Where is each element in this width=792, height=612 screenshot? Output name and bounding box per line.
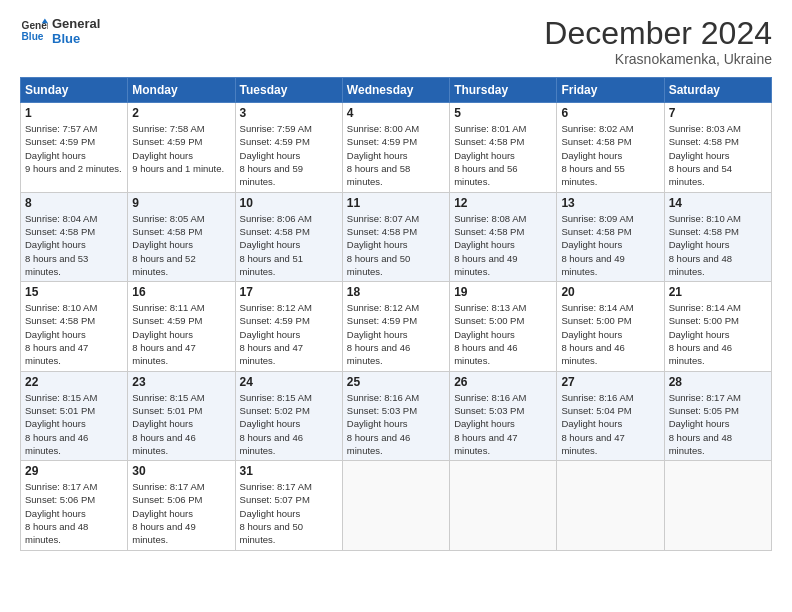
- sunset-label: Sunset: 4:58 PM: [561, 226, 631, 237]
- sunset-label: Sunset: 5:00 PM: [669, 315, 739, 326]
- sunrise-label: Sunrise: 8:02 AM: [561, 123, 633, 134]
- sunset-label: Sunset: 4:58 PM: [561, 136, 631, 147]
- day-number: 9: [132, 196, 230, 210]
- table-row: 13 Sunrise: 8:09 AM Sunset: 4:58 PM Dayl…: [557, 192, 664, 281]
- sunset-label: Sunset: 4:58 PM: [454, 226, 524, 237]
- daylight-label: Daylight hours: [132, 508, 193, 519]
- table-row: 6 Sunrise: 8:02 AM Sunset: 4:58 PM Dayli…: [557, 103, 664, 192]
- day-number: 22: [25, 375, 123, 389]
- daylight-duration: 8 hours and 47 minutes.: [454, 432, 517, 456]
- sunset-label: Sunset: 5:00 PM: [561, 315, 631, 326]
- table-row: 2 Sunrise: 7:58 AM Sunset: 4:59 PM Dayli…: [128, 103, 235, 192]
- table-row: 26 Sunrise: 8:16 AM Sunset: 5:03 PM Dayl…: [450, 371, 557, 460]
- sunrise-label: Sunrise: 8:11 AM: [132, 302, 204, 313]
- daylight-label: Daylight hours: [561, 329, 622, 340]
- table-row: 3 Sunrise: 7:59 AM Sunset: 4:59 PM Dayli…: [235, 103, 342, 192]
- day-number: 8: [25, 196, 123, 210]
- sunrise-label: Sunrise: 8:15 AM: [25, 392, 97, 403]
- sunrise-label: Sunrise: 8:13 AM: [454, 302, 526, 313]
- sunrise-label: Sunrise: 8:17 AM: [669, 392, 741, 403]
- sunrise-label: Sunrise: 8:12 AM: [240, 302, 312, 313]
- sunrise-label: Sunrise: 7:59 AM: [240, 123, 312, 134]
- sunrise-label: Sunrise: 8:07 AM: [347, 213, 419, 224]
- day-number: 29: [25, 464, 123, 478]
- daylight-label: Daylight hours: [240, 150, 301, 161]
- sunset-label: Sunset: 5:06 PM: [25, 494, 95, 505]
- table-row: 11 Sunrise: 8:07 AM Sunset: 4:58 PM Dayl…: [342, 192, 449, 281]
- sunrise-label: Sunrise: 8:15 AM: [240, 392, 312, 403]
- day-number: 1: [25, 106, 123, 120]
- table-row: 7 Sunrise: 8:03 AM Sunset: 4:58 PM Dayli…: [664, 103, 771, 192]
- sunrise-label: Sunrise: 8:17 AM: [132, 481, 204, 492]
- day-number: 14: [669, 196, 767, 210]
- daylight-label: Daylight hours: [240, 239, 301, 250]
- calendar-week-row: 1 Sunrise: 7:57 AM Sunset: 4:59 PM Dayli…: [21, 103, 772, 192]
- day-info: Sunrise: 8:10 AM Sunset: 4:58 PM Dayligh…: [669, 212, 767, 278]
- sunset-label: Sunset: 4:59 PM: [347, 136, 417, 147]
- table-row: 24 Sunrise: 8:15 AM Sunset: 5:02 PM Dayl…: [235, 371, 342, 460]
- day-number: 17: [240, 285, 338, 299]
- daylight-duration: 8 hours and 58 minutes.: [347, 163, 410, 187]
- day-number: 16: [132, 285, 230, 299]
- sunrise-label: Sunrise: 8:17 AM: [25, 481, 97, 492]
- table-row: [342, 461, 449, 550]
- sunset-label: Sunset: 5:06 PM: [132, 494, 202, 505]
- day-info: Sunrise: 8:12 AM Sunset: 4:59 PM Dayligh…: [240, 301, 338, 367]
- logo-blue: Blue: [52, 31, 100, 46]
- daylight-label: Daylight hours: [561, 150, 622, 161]
- daylight-duration: 8 hours and 46 minutes.: [25, 432, 88, 456]
- sunset-label: Sunset: 4:58 PM: [454, 136, 524, 147]
- sunset-label: Sunset: 4:59 PM: [347, 315, 417, 326]
- daylight-duration: 8 hours and 47 minutes.: [240, 342, 303, 366]
- table-row: 29 Sunrise: 8:17 AM Sunset: 5:06 PM Dayl…: [21, 461, 128, 550]
- sunset-label: Sunset: 5:03 PM: [454, 405, 524, 416]
- sunrise-label: Sunrise: 8:14 AM: [561, 302, 633, 313]
- day-info: Sunrise: 8:08 AM Sunset: 4:58 PM Dayligh…: [454, 212, 552, 278]
- daylight-duration: 9 hours and 2 minutes.: [25, 163, 122, 174]
- daylight-duration: 8 hours and 49 minutes.: [454, 253, 517, 277]
- logo-general: General: [52, 16, 100, 31]
- subtitle: Krasnokamenka, Ukraine: [544, 51, 772, 67]
- logo-icon: General Blue: [20, 17, 48, 45]
- table-row: [557, 461, 664, 550]
- day-number: 27: [561, 375, 659, 389]
- day-number: 4: [347, 106, 445, 120]
- daylight-duration: 8 hours and 48 minutes.: [669, 432, 732, 456]
- sunrise-label: Sunrise: 8:06 AM: [240, 213, 312, 224]
- sunset-label: Sunset: 4:59 PM: [240, 315, 310, 326]
- daylight-duration: 8 hours and 46 minutes.: [561, 342, 624, 366]
- daylight-label: Daylight hours: [454, 150, 515, 161]
- day-number: 25: [347, 375, 445, 389]
- day-number: 15: [25, 285, 123, 299]
- logo: General Blue General Blue: [20, 16, 100, 46]
- daylight-label: Daylight hours: [240, 329, 301, 340]
- daylight-duration: 8 hours and 56 minutes.: [454, 163, 517, 187]
- day-info: Sunrise: 8:17 AM Sunset: 5:05 PM Dayligh…: [669, 391, 767, 457]
- sunrise-label: Sunrise: 8:10 AM: [25, 302, 97, 313]
- main-title: December 2024: [544, 16, 772, 51]
- table-row: 21 Sunrise: 8:14 AM Sunset: 5:00 PM Dayl…: [664, 282, 771, 371]
- daylight-label: Daylight hours: [347, 239, 408, 250]
- daylight-label: Daylight hours: [132, 150, 193, 161]
- table-row: 18 Sunrise: 8:12 AM Sunset: 4:59 PM Dayl…: [342, 282, 449, 371]
- daylight-label: Daylight hours: [132, 329, 193, 340]
- daylight-label: Daylight hours: [25, 150, 86, 161]
- table-row: [450, 461, 557, 550]
- daylight-label: Daylight hours: [669, 329, 730, 340]
- day-info: Sunrise: 8:17 AM Sunset: 5:07 PM Dayligh…: [240, 480, 338, 546]
- table-row: 27 Sunrise: 8:16 AM Sunset: 5:04 PM Dayl…: [557, 371, 664, 460]
- daylight-duration: 8 hours and 54 minutes.: [669, 163, 732, 187]
- table-row: 14 Sunrise: 8:10 AM Sunset: 4:58 PM Dayl…: [664, 192, 771, 281]
- day-number: 24: [240, 375, 338, 389]
- sunset-label: Sunset: 5:01 PM: [25, 405, 95, 416]
- table-row: 12 Sunrise: 8:08 AM Sunset: 4:58 PM Dayl…: [450, 192, 557, 281]
- daylight-label: Daylight hours: [240, 418, 301, 429]
- table-row: 5 Sunrise: 8:01 AM Sunset: 4:58 PM Dayli…: [450, 103, 557, 192]
- day-info: Sunrise: 8:03 AM Sunset: 4:58 PM Dayligh…: [669, 122, 767, 188]
- daylight-label: Daylight hours: [669, 150, 730, 161]
- day-number: 18: [347, 285, 445, 299]
- daylight-duration: 8 hours and 46 minutes.: [347, 342, 410, 366]
- day-info: Sunrise: 8:11 AM Sunset: 4:59 PM Dayligh…: [132, 301, 230, 367]
- daylight-duration: 8 hours and 46 minutes.: [240, 432, 303, 456]
- day-number: 26: [454, 375, 552, 389]
